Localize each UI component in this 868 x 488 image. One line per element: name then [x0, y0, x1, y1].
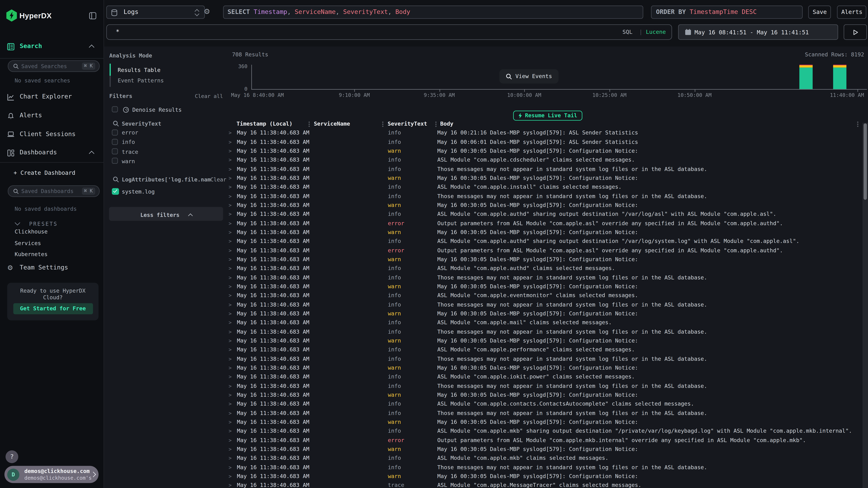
- scrollbar-thumb[interactable]: [864, 124, 867, 200]
- logattr-group-label[interactable]: LogAttributes['log.file.nam: [122, 176, 211, 182]
- save-button[interactable]: Save: [808, 6, 831, 19]
- table-options-icon[interactable]: [857, 121, 859, 127]
- get-started-button[interactable]: Get Started for Free: [13, 303, 93, 314]
- column-resize-handle[interactable]: [435, 121, 437, 127]
- log-row[interactable]: >May 16 11:38:40.683 AMwarnMay 16 00:30:…: [225, 445, 862, 454]
- sidebar-item-dashboards[interactable]: Dashboards: [0, 147, 103, 158]
- mode-results-table[interactable]: Results Table: [118, 67, 161, 73]
- col-body[interactable]: Body: [440, 120, 453, 128]
- row-expand-chevron-icon[interactable]: >: [228, 174, 231, 183]
- log-row[interactable]: >May 16 11:38:40.683 AMinfoThose message…: [225, 273, 862, 282]
- log-row[interactable]: >May 16 11:38:40.683 AMwarnMay 16 00:30:…: [225, 336, 862, 346]
- log-row[interactable]: >May 16 11:38:40.683 AMinfoASL Module "c…: [225, 372, 862, 382]
- less-filters-button[interactable]: Less filters: [109, 207, 223, 221]
- row-expand-chevron-icon[interactable]: >: [228, 391, 231, 400]
- row-expand-chevron-icon[interactable]: >: [228, 147, 231, 156]
- row-expand-chevron-icon[interactable]: >: [228, 264, 231, 273]
- row-expand-chevron-icon[interactable]: >: [228, 183, 231, 192]
- log-row[interactable]: >May 16 11:38:40.683 AMerrorOutput param…: [225, 246, 862, 255]
- log-row[interactable]: >May 16 11:38:40.683 AMinfoThose message…: [225, 409, 862, 418]
- log-row[interactable]: >May 16 11:38:40.683 AMinfoASL Module "c…: [225, 318, 862, 327]
- row-expand-chevron-icon[interactable]: >: [228, 463, 231, 472]
- saved-searches-input[interactable]: Saved Searches ⌘ K: [7, 60, 99, 72]
- log-row[interactable]: >May 16 11:38:40.683 AMinfoASL Module "c…: [225, 237, 862, 246]
- log-row[interactable]: >May 16 11:38:40.683 AMwarnMay 16 00:30:…: [225, 391, 862, 400]
- row-expand-chevron-icon[interactable]: >: [228, 201, 231, 210]
- severity-group-label[interactable]: SeverityText: [122, 121, 161, 127]
- log-row[interactable]: >May 16 11:38:40.683 AMinfoASL Module "c…: [225, 346, 862, 354]
- language-toggle[interactable]: SQL | Lucene: [622, 25, 666, 39]
- preset-item[interactable]: Clickhouse: [14, 228, 48, 236]
- mode-event-patterns[interactable]: Event Patterns: [118, 77, 164, 84]
- row-expand-chevron-icon[interactable]: >: [228, 291, 231, 300]
- log-row[interactable]: >May 16 11:38:40.683 AMinfoASL Module "c…: [225, 183, 862, 192]
- select-clause-input[interactable]: SELECT Timestamp, ServiceName, SeverityT…: [223, 6, 643, 19]
- log-row[interactable]: >May 16 11:38:40.683 AMwarnMay 16 00:30:…: [225, 147, 862, 156]
- log-row[interactable]: >May 16 11:38:40.683 AMerrorOutput param…: [225, 436, 862, 445]
- log-row[interactable]: >May 16 11:38:40.683 AMinfoThose message…: [225, 165, 862, 174]
- log-row[interactable]: >May 16 11:38:40.683 AMwarnMay 16 00:30:…: [225, 363, 862, 372]
- order-by-input[interactable]: ORDER BY TimestampTime DESC: [651, 6, 803, 19]
- log-row[interactable]: >May 16 11:38:40.683 AMinfoThose message…: [225, 192, 862, 201]
- row-expand-chevron-icon[interactable]: >: [228, 336, 231, 346]
- log-row[interactable]: >May 16 11:38:40.683 AMwarnMay 16 00:30:…: [225, 228, 862, 237]
- log-row[interactable]: >May 16 11:38:40.683 AMwarnMay 16 00:30:…: [225, 174, 862, 183]
- row-expand-chevron-icon[interactable]: >: [228, 129, 231, 137]
- create-dashboard-button[interactable]: + Create Dashboard: [13, 169, 75, 176]
- log-row[interactable]: >May 16 11:38:40.683 AMinfoMay 16 00:21:…: [225, 129, 862, 137]
- preset-item[interactable]: Kubernetes: [14, 251, 48, 259]
- severity-checkbox-warn[interactable]: [112, 158, 118, 164]
- row-expand-chevron-icon[interactable]: >: [228, 137, 231, 147]
- row-expand-chevron-icon[interactable]: >: [228, 481, 231, 488]
- row-expand-chevron-icon[interactable]: >: [228, 382, 231, 391]
- log-row[interactable]: >May 16 11:38:40.683 AMinfoASL Module "c…: [225, 156, 862, 165]
- sidebar-item-client-sessions[interactable]: Client Sessions: [0, 129, 103, 140]
- severity-checkbox-error[interactable]: [112, 129, 118, 135]
- language-lucene[interactable]: Lucene: [646, 29, 666, 35]
- run-query-button[interactable]: [844, 24, 867, 40]
- row-expand-chevron-icon[interactable]: >: [228, 418, 231, 427]
- sidebar-item-chart-explorer[interactable]: Chart Explorer: [0, 91, 103, 102]
- severity-checkbox-info[interactable]: [112, 139, 118, 145]
- row-expand-chevron-icon[interactable]: >: [228, 318, 231, 327]
- log-row[interactable]: >May 16 11:38:40.683 AMinfoThose message…: [225, 300, 862, 309]
- sidebar-item-search[interactable]: Search: [0, 41, 103, 52]
- severity-checkbox-trace[interactable]: [112, 149, 118, 155]
- language-sql[interactable]: SQL: [622, 29, 632, 35]
- log-row[interactable]: >May 16 11:38:40.683 AMwarnMay 16 00:30:…: [225, 309, 862, 318]
- saved-dashboards-input[interactable]: Saved Dashboards ⌘ K: [7, 186, 99, 197]
- row-expand-chevron-icon[interactable]: >: [228, 445, 231, 454]
- log-row[interactable]: >May 16 11:38:40.683 AMwarnMay 16 00:30:…: [225, 472, 862, 481]
- log-row[interactable]: >May 16 11:38:40.683 AMwarnMay 16 00:30:…: [225, 201, 862, 210]
- row-expand-chevron-icon[interactable]: >: [228, 409, 231, 418]
- row-expand-chevron-icon[interactable]: >: [228, 363, 231, 372]
- row-expand-chevron-icon[interactable]: >: [228, 246, 231, 255]
- log-row[interactable]: >May 16 11:38:40.683 AMwarnMay 16 00:30:…: [225, 282, 862, 291]
- alerts-button[interactable]: Alerts: [837, 6, 867, 19]
- user-menu[interactable]: D demos@clickhouse.com demos@clickhouse.…: [4, 466, 98, 483]
- row-expand-chevron-icon[interactable]: >: [228, 300, 231, 309]
- log-row[interactable]: >May 16 11:38:40.683 AMinfoASL Module "c…: [225, 427, 862, 436]
- row-expand-chevron-icon[interactable]: >: [228, 210, 231, 219]
- log-row[interactable]: >May 16 11:38:40.683 AMinfoThose message…: [225, 382, 862, 391]
- log-row[interactable]: >May 16 11:38:40.683 AMinfoASL Module "c…: [225, 264, 862, 273]
- log-row[interactable]: >May 16 11:38:40.683 AMerrorOutput param…: [225, 219, 862, 228]
- row-expand-chevron-icon[interactable]: >: [228, 156, 231, 165]
- presets-header[interactable]: PRESETS: [16, 217, 58, 228]
- row-expand-chevron-icon[interactable]: >: [228, 400, 231, 409]
- view-events-button[interactable]: View Events: [499, 69, 559, 84]
- source-select[interactable]: Logs: [106, 6, 205, 19]
- log-row[interactable]: >May 16 11:38:40.683 AMinfoThose message…: [225, 354, 862, 363]
- log-row[interactable]: >May 16 11:38:40.683 AMinfoASL Module "c…: [225, 210, 862, 219]
- row-expand-chevron-icon[interactable]: >: [228, 237, 231, 246]
- col-timestamp[interactable]: Timestamp (Local): [237, 120, 292, 128]
- help-button[interactable]: ?: [6, 450, 18, 463]
- clear-all-button[interactable]: Clear all: [195, 93, 223, 99]
- row-expand-chevron-icon[interactable]: >: [228, 228, 231, 237]
- row-expand-chevron-icon[interactable]: >: [228, 354, 231, 363]
- log-row[interactable]: >May 16 11:38:40.683 AMtraceASL Module "…: [225, 481, 862, 488]
- log-row[interactable]: >May 16 11:38:40.683 AMwarnMay 16 00:30:…: [225, 418, 862, 427]
- row-expand-chevron-icon[interactable]: >: [228, 454, 231, 463]
- row-expand-chevron-icon[interactable]: >: [228, 436, 231, 445]
- row-expand-chevron-icon[interactable]: >: [228, 372, 231, 382]
